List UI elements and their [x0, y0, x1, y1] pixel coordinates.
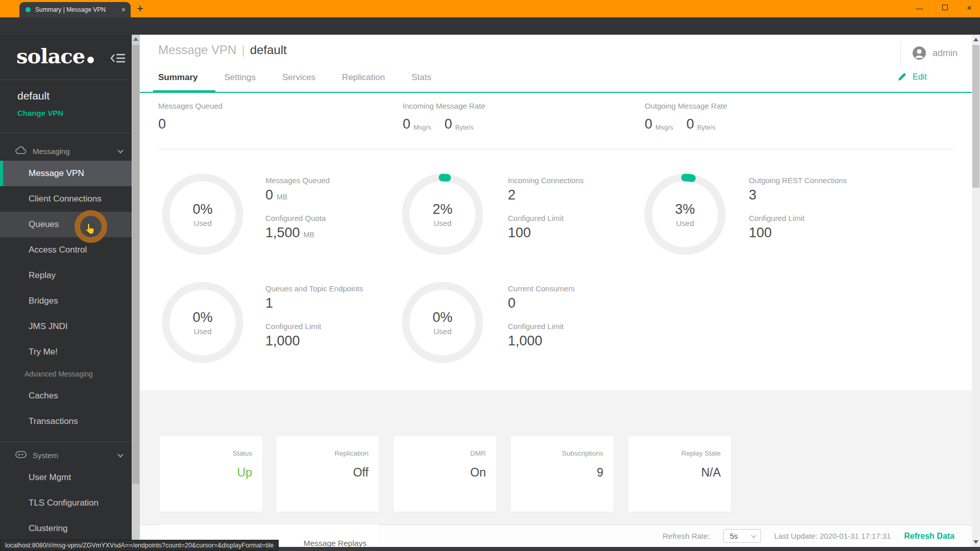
edit-button[interactable]: Edit [896, 71, 927, 83]
tab-services[interactable]: Services [282, 72, 315, 83]
tile-value: Up [160, 466, 252, 480]
sidebar-item-bridges[interactable]: Bridges [0, 288, 132, 314]
sidebar-item-clustering[interactable]: Clustering [0, 516, 132, 541]
metric-unit: Byte/s [697, 123, 716, 131]
sidebar-scrollbar[interactable] [132, 35, 140, 551]
tile-dmr: DMR On [394, 436, 496, 512]
window-minimize-button[interactable]: — [912, 3, 927, 13]
tab-stats[interactable]: Stats [411, 72, 431, 83]
chevron-down-icon [117, 452, 123, 457]
gauge-details: Outgoing REST Connections 3 Configured L… [749, 171, 847, 241]
sidebar-item-transactions[interactable]: Transactions [0, 409, 132, 434]
browser-tab[interactable]: Summary | Message VPN × [19, 2, 131, 17]
divider [0, 80, 132, 80]
solace-logo: solace [16, 44, 94, 68]
refresh-data-button[interactable]: Refresh Data [904, 532, 954, 541]
sidebar-section-messaging[interactable]: Messaging [0, 142, 132, 161]
divider [158, 149, 953, 149]
scroll-down-icon[interactable] [973, 540, 978, 544]
sidebar-menu: Messaging Message VPN Client Connections… [0, 142, 132, 541]
gauge-row-label: Current Consumers [508, 284, 575, 293]
tile-label: Status [160, 449, 252, 457]
metric-outgoing-rate: Outgoing Message Rate 0Msg/s0Byte/s [645, 102, 729, 132]
scroll-up-icon[interactable] [973, 38, 978, 41]
system-chip-icon [15, 451, 27, 460]
tab-close-icon[interactable]: × [121, 6, 126, 14]
content-scrollbar[interactable] [972, 35, 980, 547]
tab-replication[interactable]: Replication [342, 72, 385, 83]
scrollbar-thumb[interactable] [972, 45, 979, 188]
chevron-down-icon [751, 533, 756, 538]
scroll-up-icon[interactable] [133, 37, 138, 41]
gauge-percent: 0% [432, 310, 452, 325]
new-tab-button[interactable]: + [137, 1, 143, 16]
sidebar-item-try-me[interactable]: Try Me! [0, 339, 132, 365]
metric-label: Outgoing Message Rate [645, 102, 729, 110]
tab-divider-line [140, 92, 972, 93]
sidebar-item-jms-jndi[interactable]: JMS JNDI [0, 314, 132, 339]
metric-value: 0 [645, 116, 652, 132]
main-content: Message VPN|default admin Summary Settin… [140, 35, 972, 551]
tile-status: Status Up [160, 436, 262, 512]
window-close-button[interactable]: × [962, 3, 977, 13]
refresh-rate-select[interactable]: 5s [723, 529, 761, 543]
refresh-rate-value: 5s [730, 532, 738, 540]
sidebar-label-advanced-messaging: Advanced Messaging [0, 365, 132, 383]
donut-chart: 0%Used [399, 279, 486, 366]
tile-value: Off [276, 466, 369, 480]
tab-favicon-icon [26, 7, 31, 12]
sidebar-item-access-control[interactable]: Access Control [0, 237, 132, 263]
sidebar-section-system[interactable]: System [0, 446, 132, 465]
gauge-row-value: 100 [749, 225, 772, 240]
tile-replay-state: Replay State N/A [628, 436, 731, 512]
metric-unit: Msg/s [655, 123, 673, 131]
sidebar-item-queues[interactable]: Queues [0, 212, 132, 237]
scrollbar-thumb[interactable] [132, 45, 139, 484]
gauge-outgoing-rest-connections: 3%Used Outgoing REST Connections 3 Confi… [140, 171, 870, 273]
metric-value: 0 [158, 116, 166, 132]
current-vpn-name: default [17, 90, 50, 102]
tile-label: Replication [276, 449, 369, 457]
gauge-row-label: Outgoing REST Connections [749, 176, 847, 185]
cloud-icon [15, 146, 27, 156]
sidebar-item-client-connections[interactable]: Client Connections [0, 186, 132, 212]
metric-unit: Msg/s [413, 123, 431, 131]
browser-titlebar: Summary | Message VPN × + — × [0, 0, 980, 17]
gauge-used-label: Used [433, 327, 451, 336]
username: admin [933, 48, 958, 59]
sidebar-item-user-mgmt[interactable]: User Mgmt [0, 465, 132, 490]
tab-settings[interactable]: Settings [224, 72, 255, 83]
metric-unit: Byte/s [455, 123, 474, 131]
metric-label: Messages Queued [158, 102, 223, 110]
user-menu[interactable]: admin [900, 41, 972, 65]
sidebar-item-caches[interactable]: Caches [0, 383, 132, 409]
sidebar: solace default Change VPN Messaging Mess… [0, 35, 132, 551]
breadcrumb-separator: | [236, 43, 250, 57]
sidebar-item-replay[interactable]: Replay [0, 263, 132, 288]
window-maximize-button[interactable] [937, 5, 952, 10]
metric-value: 0 [445, 116, 452, 132]
sidebar-item-tls-configuration[interactable]: TLS Configuration [0, 490, 132, 516]
pencil-icon [896, 71, 908, 83]
gauge-row-label: Configured Limit [749, 214, 847, 222]
sidebar-item-message-vpn[interactable]: Message VPN [0, 161, 132, 186]
last-update-text: Last Update: 2020-01-31 17:17:31 [774, 532, 891, 540]
tile-value: On [394, 466, 486, 480]
page-title: Message VPN|default [158, 43, 287, 57]
sidebar-collapse-icon[interactable] [110, 52, 126, 66]
gauge-row-label: Configured Limit [508, 322, 575, 331]
hand-cursor-icon [84, 222, 97, 239]
gauge-row-value: 3 [749, 187, 756, 203]
maximize-icon [942, 5, 948, 10]
vpn-name: default [250, 43, 287, 57]
tab-summary[interactable]: Summary [158, 72, 198, 83]
browser-toolbar: ← → ↻ i localhost:8080/#/msg-vpns/ZGVmYX… [0, 17, 980, 35]
gauge-details: Current Consumers 0 Configured Limit 1,0… [508, 279, 575, 349]
change-vpn-link[interactable]: Change VPN [17, 109, 63, 117]
refresh-rate-label: Refresh Rate: [663, 532, 710, 540]
gauge-used-label: Used [676, 219, 694, 228]
tile-subscriptions: Subscriptions 9 [511, 436, 614, 512]
chevron-down-icon [117, 147, 123, 153]
divider [0, 133, 132, 133]
tab-title: Summary | Message VPN [35, 6, 118, 13]
